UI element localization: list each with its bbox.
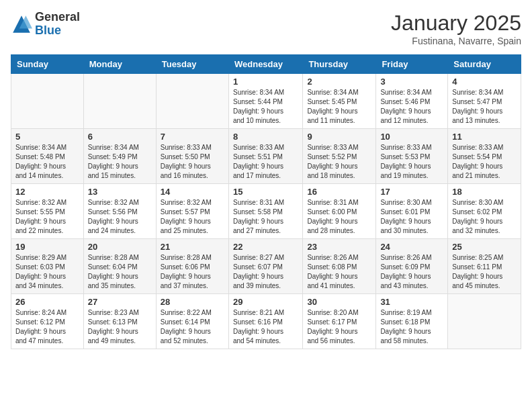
weekday-header: Monday [83,55,156,74]
day-info: Sunrise: 8:30 AM Sunset: 6:01 PM Dayligh… [380,198,443,236]
day-info: Sunrise: 8:33 AM Sunset: 5:50 PM Dayligh… [161,143,224,181]
logo: General Blue [11,11,80,38]
calendar-cell: 11Sunrise: 8:33 AM Sunset: 5:54 PM Dayli… [448,129,521,184]
day-info: Sunrise: 8:21 AM Sunset: 6:16 PM Dayligh… [233,308,298,346]
day-info: Sunrise: 8:31 AM Sunset: 6:00 PM Dayligh… [307,198,371,236]
day-number: 2 [307,77,371,87]
day-number: 4 [452,77,517,87]
calendar-week-row: 12Sunrise: 8:32 AM Sunset: 5:55 PM Dayli… [11,184,521,239]
day-number: 24 [380,242,443,252]
logo-text: General Blue [35,11,80,38]
calendar-cell: 14Sunrise: 8:32 AM Sunset: 5:57 PM Dayli… [156,184,228,239]
day-info: Sunrise: 8:32 AM Sunset: 5:55 PM Dayligh… [15,198,79,236]
weekday-header: Wednesday [228,55,302,74]
day-number: 20 [88,242,152,252]
day-info: Sunrise: 8:34 AM Sunset: 5:48 PM Dayligh… [15,143,79,181]
day-number: 11 [452,132,517,142]
day-number: 5 [15,132,79,142]
calendar-cell [448,294,521,349]
calendar-cell: 5Sunrise: 8:34 AM Sunset: 5:48 PM Daylig… [11,129,84,184]
day-number: 29 [233,297,298,307]
day-info: Sunrise: 8:34 AM Sunset: 5:44 PM Dayligh… [233,88,298,126]
calendar-cell: 13Sunrise: 8:32 AM Sunset: 5:56 PM Dayli… [83,184,156,239]
calendar-cell: 15Sunrise: 8:31 AM Sunset: 5:58 PM Dayli… [228,184,302,239]
day-info: Sunrise: 8:30 AM Sunset: 6:02 PM Dayligh… [452,198,517,236]
calendar-cell: 10Sunrise: 8:33 AM Sunset: 5:53 PM Dayli… [376,129,448,184]
day-number: 8 [233,132,298,142]
day-info: Sunrise: 8:29 AM Sunset: 6:03 PM Dayligh… [15,253,79,291]
calendar-cell: 16Sunrise: 8:31 AM Sunset: 6:00 PM Dayli… [303,184,376,239]
calendar-cell: 8Sunrise: 8:33 AM Sunset: 5:51 PM Daylig… [228,129,302,184]
day-info: Sunrise: 8:24 AM Sunset: 6:12 PM Dayligh… [15,308,79,346]
day-info: Sunrise: 8:32 AM Sunset: 5:57 PM Dayligh… [161,198,224,236]
logo-general: General [35,11,80,24]
day-info: Sunrise: 8:27 AM Sunset: 6:07 PM Dayligh… [233,253,298,291]
day-info: Sunrise: 8:25 AM Sunset: 6:11 PM Dayligh… [452,253,517,291]
day-info: Sunrise: 8:26 AM Sunset: 6:09 PM Dayligh… [380,253,443,291]
day-info: Sunrise: 8:33 AM Sunset: 5:54 PM Dayligh… [452,143,517,181]
calendar-cell: 24Sunrise: 8:26 AM Sunset: 6:09 PM Dayli… [376,239,448,294]
day-number: 19 [15,242,79,252]
day-info: Sunrise: 8:26 AM Sunset: 6:08 PM Dayligh… [307,253,371,291]
day-info: Sunrise: 8:28 AM Sunset: 6:06 PM Dayligh… [161,253,224,291]
weekday-header: Sunday [11,55,84,74]
calendar-cell: 23Sunrise: 8:26 AM Sunset: 6:08 PM Dayli… [303,239,376,294]
calendar-cell: 30Sunrise: 8:20 AM Sunset: 6:17 PM Dayli… [303,294,376,349]
day-number: 23 [307,242,371,252]
calendar-cell: 21Sunrise: 8:28 AM Sunset: 6:06 PM Dayli… [156,239,228,294]
day-number: 17 [380,187,443,197]
day-info: Sunrise: 8:33 AM Sunset: 5:52 PM Dayligh… [307,143,371,181]
month-title: January 2025 [391,11,521,36]
day-number: 7 [161,132,224,142]
calendar-cell: 2Sunrise: 8:34 AM Sunset: 5:45 PM Daylig… [303,74,376,129]
day-info: Sunrise: 8:34 AM Sunset: 5:46 PM Dayligh… [380,88,443,126]
day-number: 18 [452,187,517,197]
day-number: 30 [307,297,371,307]
calendar-week-row: 1Sunrise: 8:34 AM Sunset: 5:44 PM Daylig… [11,74,521,129]
day-info: Sunrise: 8:32 AM Sunset: 5:56 PM Dayligh… [88,198,152,236]
calendar-cell [11,74,84,129]
day-number: 28 [161,297,224,307]
day-info: Sunrise: 8:34 AM Sunset: 5:45 PM Dayligh… [307,88,371,126]
calendar-cell: 18Sunrise: 8:30 AM Sunset: 6:02 PM Dayli… [448,184,521,239]
day-info: Sunrise: 8:20 AM Sunset: 6:17 PM Dayligh… [307,308,371,346]
calendar-cell: 17Sunrise: 8:30 AM Sunset: 6:01 PM Dayli… [376,184,448,239]
calendar-cell: 1Sunrise: 8:34 AM Sunset: 5:44 PM Daylig… [228,74,302,129]
calendar-cell: 6Sunrise: 8:34 AM Sunset: 5:49 PM Daylig… [83,129,156,184]
logo-icon [11,13,32,35]
calendar-cell: 3Sunrise: 8:34 AM Sunset: 5:46 PM Daylig… [376,74,448,129]
day-number: 26 [15,297,79,307]
day-info: Sunrise: 8:23 AM Sunset: 6:13 PM Dayligh… [88,308,152,346]
day-number: 6 [88,132,152,142]
calendar-header-row: SundayMondayTuesdayWednesdayThursdayFrid… [11,55,521,74]
day-info: Sunrise: 8:34 AM Sunset: 5:49 PM Dayligh… [88,143,152,181]
calendar-cell: 12Sunrise: 8:32 AM Sunset: 5:55 PM Dayli… [11,184,84,239]
logo-blue: Blue [35,24,80,38]
day-info: Sunrise: 8:33 AM Sunset: 5:53 PM Dayligh… [380,143,443,181]
day-number: 9 [307,132,371,142]
day-number: 12 [15,187,79,197]
calendar-cell: 28Sunrise: 8:22 AM Sunset: 6:14 PM Dayli… [156,294,228,349]
calendar-cell [83,74,156,129]
calendar-table: SundayMondayTuesdayWednesdayThursdayFrid… [11,54,521,349]
day-number: 22 [233,242,298,252]
day-number: 21 [161,242,224,252]
title-block: January 2025 Fustinana, Navarre, Spain [391,11,521,46]
weekday-header: Tuesday [156,55,228,74]
day-number: 27 [88,297,152,307]
day-number: 14 [161,187,224,197]
day-number: 15 [233,187,298,197]
calendar-cell [156,74,228,129]
calendar-cell: 27Sunrise: 8:23 AM Sunset: 6:13 PM Dayli… [83,294,156,349]
calendar-cell: 20Sunrise: 8:28 AM Sunset: 6:04 PM Dayli… [83,239,156,294]
calendar-week-row: 26Sunrise: 8:24 AM Sunset: 6:12 PM Dayli… [11,294,521,349]
calendar-cell: 4Sunrise: 8:34 AM Sunset: 5:47 PM Daylig… [448,74,521,129]
calendar-week-row: 19Sunrise: 8:29 AM Sunset: 6:03 PM Dayli… [11,239,521,294]
calendar-cell: 7Sunrise: 8:33 AM Sunset: 5:50 PM Daylig… [156,129,228,184]
day-number: 1 [233,77,298,87]
calendar-cell: 26Sunrise: 8:24 AM Sunset: 6:12 PM Dayli… [11,294,84,349]
location: Fustinana, Navarre, Spain [391,36,521,46]
day-info: Sunrise: 8:31 AM Sunset: 5:58 PM Dayligh… [233,198,298,236]
day-info: Sunrise: 8:33 AM Sunset: 5:51 PM Dayligh… [233,143,298,181]
day-number: 3 [380,77,443,87]
